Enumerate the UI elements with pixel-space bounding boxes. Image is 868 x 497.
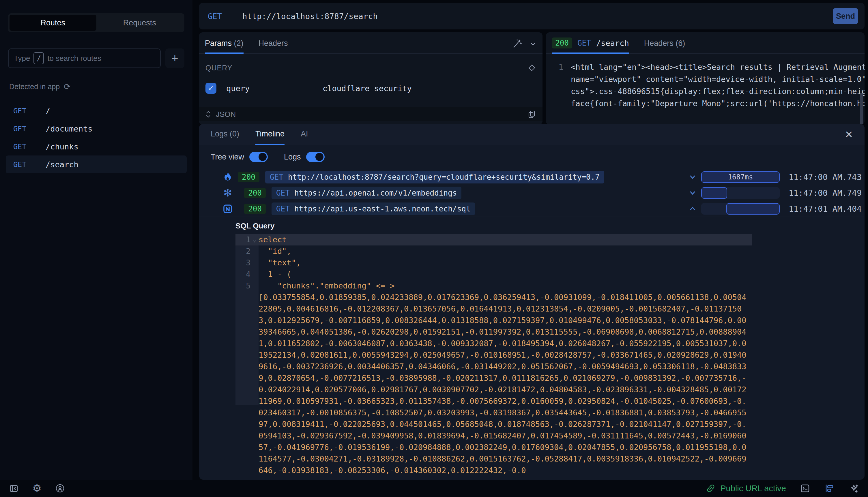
neon-icon [222,204,234,214]
url-input[interactable]: http://localhost:8787/search [242,12,378,21]
json-bar-label: JSON [216,110,236,119]
terminal-icon[interactable] [800,483,810,494]
status-badge: 200 [238,172,260,182]
param-checkbox[interactable]: ✓ [206,83,216,94]
embedding-vector-text: [0.033755854,0.01859385,0.024233889,0.01… [258,292,749,476]
response-panel: 200 GET /search Headers (6) 1 <html lang… [546,32,865,125]
app-window: Routes Requests Type / to search routes … [0,0,868,497]
route-path: /search [46,160,79,169]
request-chip: GET https://api.openai.com/v1/embeddings [271,187,462,199]
timeline-row-openai[interactable]: ✻ 200 GET https://api.openai.com/v1/embe… [199,185,865,201]
sql-query-title: SQL Query [236,222,865,230]
sql-line: 5 "chunks"."embedding" <= > [236,280,752,292]
sidebar: Routes Requests Type / to search routes … [0,0,193,480]
tab-logs[interactable]: Logs (0) [211,124,239,145]
copy-icon[interactable] [528,110,536,118]
gear-icon[interactable]: ⚙ [32,482,42,494]
openai-icon: ✻ [222,187,234,199]
request-panel: Params (2) Headers QUERY [199,32,543,125]
route-method: GET [13,160,46,169]
slash-key-badge: / [33,52,44,64]
response-line: <html lang="en"><head><title>Search resu… [571,61,865,73]
tab-params[interactable]: Params (2) [205,39,243,54]
logs-toggle-label: Logs [284,153,301,161]
tab-timeline[interactable]: Timeline [255,124,284,145]
link-icon [706,483,716,493]
status-badge: 200 [244,204,266,214]
line-number: 1 [550,61,563,110]
param-key[interactable]: query [226,84,323,93]
route-item-chunks[interactable]: GET /chunks [6,138,187,155]
chevron-down-icon[interactable] [684,189,701,197]
route-path: /chunks [46,142,79,151]
route-item-documents[interactable]: GET /documents [6,120,187,138]
timestamp: 11:47:00 AM.749 [787,188,865,198]
param-row-query: ✓ query cloudflare security [199,80,543,96]
search-placeholder-prefix: Type [14,54,30,63]
route-search-input[interactable]: Type / to search routes [8,48,161,68]
response-body: 1 <html lang="en"><head><title>Search re… [546,54,865,110]
add-route-button[interactable]: + [165,48,184,68]
sql-code-block: 1 ⌄ select 2 "id", 3 "text", 4 1 - ( 5 "… [236,234,752,476]
timeline-layout-icon[interactable] [824,483,835,494]
tab-response-headers[interactable]: Headers (6) [644,39,685,54]
magic-wand-icon[interactable] [511,39,522,49]
chevron-up-icon[interactable] [684,204,701,213]
request-chip: GET http://localhost:8787/search?query=c… [265,171,604,183]
response-line: face{font-family:"Departure Mono";src:ur… [571,98,865,110]
tab-response-body[interactable]: 200 GET /search [552,38,629,54]
routes-list: GET / GET /documents GET /chunks GET /se… [6,102,187,173]
timestamp: 11:47:01 AM.404 [787,204,865,214]
diamond-icon[interactable] [528,63,536,72]
response-line: css">.css-488696515{display:flex;flex-di… [571,85,865,98]
method-select[interactable]: GET [206,12,242,21]
response-scrollbar[interactable] [860,93,863,125]
timeline-row-neon[interactable]: 200 GET https://api.us-east-1.aws.neon.t… [199,201,865,217]
tab-request-headers[interactable]: Headers [258,39,288,54]
response-path: /search [596,39,629,47]
duration-bar [701,187,780,199]
refresh-icon[interactable]: ⟳ [64,82,70,91]
send-button[interactable]: Send [833,8,858,24]
route-item-root[interactable]: GET / [6,102,187,120]
fold-caret-icon[interactable]: ⌄ [251,234,258,245]
sql-line: 1 ⌄ select [236,234,752,245]
sql-line: 3 "text", [236,257,752,269]
sidebar-tabs: Routes Requests [8,13,184,32]
duration-bar [701,203,780,215]
user-icon[interactable] [55,483,65,494]
route-method: GET [13,107,46,115]
public-url-status[interactable]: Public URL active [706,483,786,493]
tab-ai[interactable]: AI [301,124,308,145]
request-url-bar: GET http://localhost:8787/search Send [199,3,865,29]
collapse-chevrons-icon [206,110,211,118]
search-placeholder-suffix: to search routes [47,54,101,63]
duration-bar: 1687ms [701,171,780,183]
sql-line: 2 "id", [236,245,752,257]
json-collapse-bar[interactable]: JSON [199,107,543,121]
chevron-down-icon[interactable] [529,40,537,47]
logs-toggle[interactable] [306,152,325,162]
tab-requests[interactable]: Requests [96,15,183,31]
chevron-down-icon[interactable] [684,173,701,182]
response-line: name="viewport" content="width=device-wi… [571,73,865,85]
param-value[interactable]: cloudflare security [323,84,412,93]
request-chip: GET https://api.us-east-1.aws.neon.tech/… [271,202,475,215]
tree-view-toggle-label: Tree view [211,153,244,161]
close-icon[interactable]: ✕ [845,129,853,140]
route-item-search[interactable]: GET /search [6,155,187,173]
route-method: GET [13,142,46,151]
flame-icon [222,172,234,182]
tab-routes[interactable]: Routes [10,15,96,31]
collapse-sidebar-icon[interactable] [9,483,19,494]
timeline-row-app-request[interactable]: 200 GET http://localhost:8787/search?que… [199,169,865,185]
response-method: GET [577,39,591,47]
public-url-label: Public URL active [720,484,786,493]
route-path: / [46,106,50,115]
status-badge: 200 [552,38,572,48]
route-path: /documents [46,124,93,133]
tree-view-toggle[interactable] [249,152,268,162]
sparkles-icon[interactable] [849,483,859,494]
query-section-label: QUERY [206,64,232,72]
route-method: GET [13,125,46,133]
